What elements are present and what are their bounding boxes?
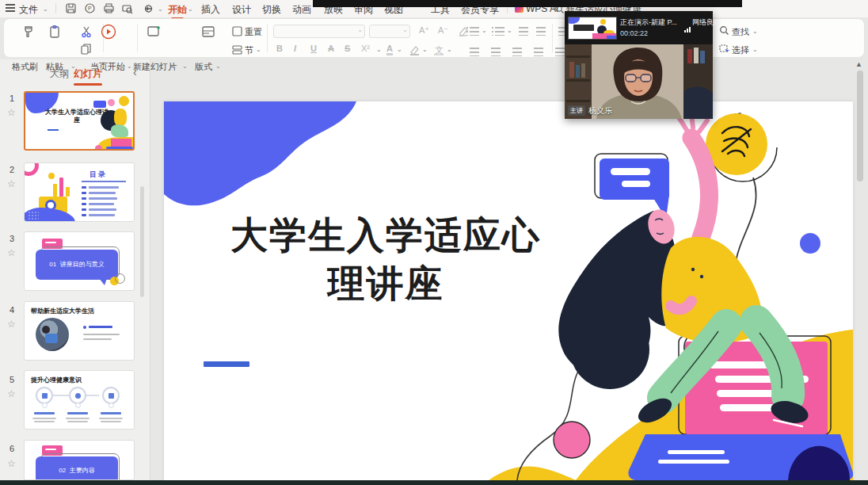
tab-home[interactable]: 开始 xyxy=(168,3,187,17)
slide-title[interactable]: 大学生入学适应心 理讲座 xyxy=(164,211,607,307)
tab-insert[interactable]: 插入 xyxy=(201,3,220,17)
slide-number: 5 xyxy=(10,375,14,384)
reset-icon xyxy=(231,25,243,37)
paste-icon xyxy=(48,25,63,39)
presenting-status: 正在演示-新建 P... xyxy=(620,17,677,28)
redo-caret-icon[interactable]: ⌄ xyxy=(188,6,193,13)
align-left-icon[interactable] xyxy=(470,48,479,56)
print-preview-icon[interactable] xyxy=(121,2,134,15)
phonetic-guide-icon[interactable]: 文 xyxy=(432,44,445,56)
highlight-pen-icon[interactable] xyxy=(409,45,421,55)
superscript-caret-icon[interactable]: ⌄ xyxy=(376,46,382,53)
numbered-caret-icon[interactable]: ⌄ xyxy=(507,27,512,34)
file-caret-icon[interactable]: ⌄ xyxy=(43,6,48,13)
slide-thumbnail-6[interactable]: 02 主要内容 xyxy=(24,440,135,480)
highlight-caret-icon[interactable]: ⌄ xyxy=(422,46,428,53)
font-color-button[interactable]: A xyxy=(386,44,393,55)
tab-design[interactable]: 设计 xyxy=(232,3,251,17)
scroll-up-icon[interactable]: ▲ xyxy=(855,60,862,68)
bold-button[interactable]: B xyxy=(276,44,283,53)
slide-title-line1: 大学生入学适应心 xyxy=(164,211,607,259)
justify-icon[interactable] xyxy=(534,48,543,56)
char-spacing-button[interactable]: A xyxy=(328,44,334,53)
slide-number: 3 xyxy=(10,234,14,243)
align-center-icon[interactable] xyxy=(491,48,501,56)
print-icon[interactable] xyxy=(103,2,116,15)
tab-transition[interactable]: 切换 xyxy=(262,3,281,17)
bullet-list-icon[interactable] xyxy=(470,27,479,36)
bullet-caret-icon[interactable]: ⌄ xyxy=(482,27,487,34)
increase-font-icon[interactable]: A⁺ xyxy=(419,25,429,36)
font-size-combobox[interactable] xyxy=(369,25,410,38)
play-from-current-icon xyxy=(100,23,117,40)
slide-star-icon[interactable]: ☆ xyxy=(7,319,16,330)
new-slide-button[interactable]: 新建幻灯片 xyxy=(133,61,177,73)
slide-canvas: 大学生入学适应心 理讲座 ▲ xyxy=(151,59,868,480)
underline-button[interactable]: U xyxy=(310,44,317,53)
reset-button[interactable]: 重置 xyxy=(245,26,262,38)
slide-editing-area[interactable]: 大学生入学适应心 理讲座 xyxy=(164,101,853,480)
presenter-name: 杨义乐 xyxy=(588,105,612,116)
presentation-timer: 00:02:22 xyxy=(620,29,648,37)
font-family-combobox[interactable] xyxy=(273,25,365,38)
sidebar-scrollbar[interactable] xyxy=(140,186,144,297)
decrease-font-icon[interactable]: A⁻ xyxy=(438,25,448,36)
hamburger-menu-icon[interactable] xyxy=(6,4,15,12)
select-button[interactable]: 选择 xyxy=(732,44,749,56)
strikethrough-button[interactable]: S xyxy=(345,44,350,53)
section-button[interactable]: 节 xyxy=(245,44,253,56)
slide-thumbnail-2[interactable]: 目录 xyxy=(24,162,135,222)
layout-button[interactable]: 版式 xyxy=(195,61,212,73)
distribute-icon[interactable] xyxy=(555,48,565,56)
video-call-header[interactable]: 正在演示-新建 P... 网络良好 00:02:22 xyxy=(565,11,713,44)
start-caret-icon[interactable]: ⌄ xyxy=(127,63,132,70)
slide-star-icon[interactable]: ☆ xyxy=(7,388,16,399)
export-pdf-icon[interactable]: P xyxy=(84,2,97,15)
presenting-slide-thumbnail xyxy=(568,17,617,40)
increase-indent-icon[interactable] xyxy=(536,27,546,36)
slide-thumbnail-3[interactable]: 01 讲座目的与意义 xyxy=(24,231,135,291)
superscript-button[interactable]: X² xyxy=(361,44,370,53)
overlay-window-top-strip xyxy=(313,0,742,7)
tab-animation[interactable]: 动画 xyxy=(292,3,311,17)
slide-star-icon[interactable]: ☆ xyxy=(7,247,16,258)
network-status: 网络良好 xyxy=(692,17,721,28)
canvas-scrollbar[interactable] xyxy=(857,71,863,181)
decrease-indent-icon[interactable] xyxy=(519,27,528,36)
copy-icon[interactable] xyxy=(80,43,93,55)
slide-panel: 大纲 幻灯片 ‹ 1 ☆ 大学生入学适应心理讲座 2 ☆ 目录 xyxy=(0,59,150,480)
video-call-overlay[interactable]: 正在演示-新建 P... 网络良好 00:02:22 主讲 杨义乐 xyxy=(565,11,713,119)
phonetic-caret-icon[interactable]: ⌄ xyxy=(447,46,452,53)
slide-thumbnail-4[interactable]: 帮助新生适应大学生活 xyxy=(24,301,135,361)
italic-button[interactable]: I xyxy=(294,44,296,53)
start-from-current-button[interactable]: 当页开始 xyxy=(90,61,125,73)
slide-thumbnail-1[interactable]: 大学生入学适应心理讲座 xyxy=(24,91,135,151)
group-divider xyxy=(552,24,553,52)
numbered-list-icon[interactable] xyxy=(495,27,504,36)
font-color-caret-icon[interactable]: ⌄ xyxy=(397,46,402,53)
section-caret-icon[interactable]: ⌄ xyxy=(256,46,261,53)
new-slide-icon xyxy=(147,24,162,40)
select-caret-icon[interactable]: ⌄ xyxy=(752,46,758,53)
ribbon-toolbar: 格式刷 粘贴⌄ 当页开始⌄ 新建幻灯片⌄ 版式⌄ 重置 节⌄ A⁺ A⁻ B I… xyxy=(3,18,865,58)
undo-caret-icon[interactable]: ⌄ xyxy=(158,6,163,13)
slide-star-icon[interactable]: ☆ xyxy=(7,458,16,469)
save-icon[interactable] xyxy=(65,2,78,15)
new-slide-caret-icon[interactable]: ⌄ xyxy=(182,63,188,70)
format-painter-icon xyxy=(22,25,36,39)
paste-button[interactable]: 粘贴 xyxy=(46,61,63,73)
cut-icon[interactable] xyxy=(80,25,94,39)
menu-file[interactable]: 文件 xyxy=(19,3,38,17)
slide-star-icon[interactable]: ☆ xyxy=(7,107,16,118)
layout-icon xyxy=(200,24,216,40)
find-caret-icon[interactable]: ⌄ xyxy=(752,28,758,35)
layout-caret-icon[interactable]: ⌄ xyxy=(215,63,221,70)
undo-icon[interactable] xyxy=(145,2,158,15)
align-right-icon[interactable] xyxy=(512,48,522,56)
slide-star-icon[interactable]: ☆ xyxy=(7,178,16,189)
format-painter-button[interactable]: 格式刷 xyxy=(12,61,38,73)
paste-caret-icon[interactable]: ⌄ xyxy=(70,63,76,70)
title-accent-dash xyxy=(204,361,249,367)
find-button[interactable]: 查找 xyxy=(732,26,749,38)
slide-thumbnail-5[interactable]: 提升心理健康意识 xyxy=(24,370,135,430)
